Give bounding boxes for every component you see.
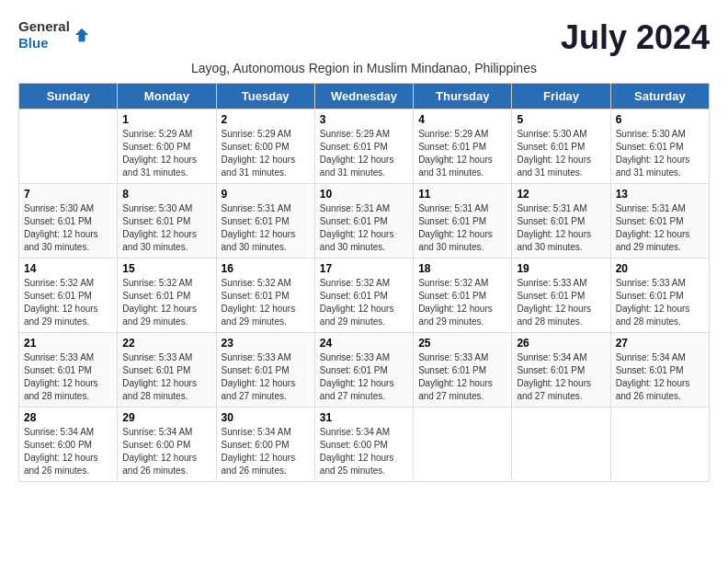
logo: General Blue <box>18 18 90 52</box>
day-number: 26 <box>517 337 605 350</box>
day-info: Sunrise: 5:30 AM Sunset: 6:01 PM Dayligh… <box>24 202 112 254</box>
day-number: 8 <box>122 188 210 201</box>
calendar-cell: 25Sunrise: 5:33 AM Sunset: 6:01 PM Dayli… <box>414 333 512 408</box>
day-info: Sunrise: 5:29 AM Sunset: 6:01 PM Dayligh… <box>320 128 408 179</box>
calendar-cell: 4Sunrise: 5:29 AM Sunset: 6:01 PM Daylig… <box>414 109 512 184</box>
day-number: 17 <box>320 262 408 275</box>
calendar-cell: 11Sunrise: 5:31 AM Sunset: 6:01 PM Dayli… <box>414 184 512 259</box>
day-info: Sunrise: 5:32 AM Sunset: 6:01 PM Dayligh… <box>418 277 506 328</box>
day-number: 28 <box>24 411 112 424</box>
day-header-sunday: Sunday <box>19 84 118 109</box>
day-number: 5 <box>517 113 605 126</box>
day-info: Sunrise: 5:31 AM Sunset: 6:01 PM Dayligh… <box>418 202 506 254</box>
calendar-cell <box>19 109 118 184</box>
day-number: 3 <box>320 113 408 126</box>
calendar-week-row: 7Sunrise: 5:30 AM Sunset: 6:01 PM Daylig… <box>19 184 710 259</box>
month-title: July 2024 <box>561 18 710 57</box>
calendar-cell: 21Sunrise: 5:33 AM Sunset: 6:01 PM Dayli… <box>19 333 118 408</box>
calendar-week-row: 1Sunrise: 5:29 AM Sunset: 6:00 PM Daylig… <box>19 109 710 184</box>
calendar-cell: 28Sunrise: 5:34 AM Sunset: 6:00 PM Dayli… <box>19 408 118 482</box>
calendar-cell: 29Sunrise: 5:34 AM Sunset: 6:00 PM Dayli… <box>118 408 216 482</box>
calendar-cell: 10Sunrise: 5:31 AM Sunset: 6:01 PM Dayli… <box>314 184 413 259</box>
calendar-week-row: 28Sunrise: 5:34 AM Sunset: 6:00 PM Dayli… <box>19 408 710 482</box>
calendar-week-row: 14Sunrise: 5:32 AM Sunset: 6:01 PM Dayli… <box>19 259 710 333</box>
day-info: Sunrise: 5:33 AM Sunset: 6:01 PM Dayligh… <box>418 351 506 403</box>
day-number: 11 <box>418 188 506 201</box>
day-info: Sunrise: 5:34 AM Sunset: 6:00 PM Dayligh… <box>320 426 408 477</box>
day-info: Sunrise: 5:31 AM Sunset: 6:01 PM Dayligh… <box>320 202 408 254</box>
calendar-cell: 9Sunrise: 5:31 AM Sunset: 6:01 PM Daylig… <box>216 184 314 259</box>
day-number: 21 <box>24 337 112 350</box>
day-info: Sunrise: 5:33 AM Sunset: 6:01 PM Dayligh… <box>122 351 210 403</box>
calendar-cell: 18Sunrise: 5:32 AM Sunset: 6:01 PM Dayli… <box>414 259 512 333</box>
calendar-cell: 7Sunrise: 5:30 AM Sunset: 6:01 PM Daylig… <box>19 184 118 259</box>
day-info: Sunrise: 5:34 AM Sunset: 6:00 PM Dayligh… <box>24 426 112 477</box>
day-number: 10 <box>320 188 408 201</box>
calendar-subtitle: Layog, Autonomous Region in Muslim Minda… <box>18 61 710 75</box>
day-header-thursday: Thursday <box>414 84 512 109</box>
calendar-cell <box>414 408 512 482</box>
calendar-cell <box>512 408 610 482</box>
day-info: Sunrise: 5:30 AM Sunset: 6:01 PM Dayligh… <box>122 202 210 254</box>
day-number: 22 <box>122 337 210 350</box>
day-number: 6 <box>616 113 704 126</box>
day-info: Sunrise: 5:29 AM Sunset: 6:01 PM Dayligh… <box>418 128 506 179</box>
day-info: Sunrise: 5:31 AM Sunset: 6:01 PM Dayligh… <box>517 202 605 254</box>
day-header-saturday: Saturday <box>610 84 709 109</box>
day-number: 30 <box>222 411 310 424</box>
day-info: Sunrise: 5:32 AM Sunset: 6:01 PM Dayligh… <box>222 277 310 328</box>
day-header-friday: Friday <box>512 84 610 109</box>
day-number: 31 <box>320 411 408 424</box>
calendar-cell: 5Sunrise: 5:30 AM Sunset: 6:01 PM Daylig… <box>512 109 610 184</box>
day-info: Sunrise: 5:33 AM Sunset: 6:01 PM Dayligh… <box>320 351 408 403</box>
day-number: 9 <box>222 188 310 201</box>
calendar-cell: 17Sunrise: 5:32 AM Sunset: 6:01 PM Dayli… <box>314 259 413 333</box>
calendar-cell: 24Sunrise: 5:33 AM Sunset: 6:01 PM Dayli… <box>314 333 413 408</box>
day-info: Sunrise: 5:29 AM Sunset: 6:00 PM Dayligh… <box>122 128 210 179</box>
day-info: Sunrise: 5:32 AM Sunset: 6:01 PM Dayligh… <box>24 277 112 328</box>
calendar-cell: 22Sunrise: 5:33 AM Sunset: 6:01 PM Dayli… <box>118 333 216 408</box>
day-number: 29 <box>122 411 210 424</box>
day-info: Sunrise: 5:29 AM Sunset: 6:00 PM Dayligh… <box>222 128 310 179</box>
day-info: Sunrise: 5:34 AM Sunset: 6:00 PM Dayligh… <box>122 426 210 477</box>
calendar-cell: 23Sunrise: 5:33 AM Sunset: 6:01 PM Dayli… <box>216 333 314 408</box>
day-info: Sunrise: 5:33 AM Sunset: 6:01 PM Dayligh… <box>222 351 310 403</box>
calendar-cell: 3Sunrise: 5:29 AM Sunset: 6:01 PM Daylig… <box>314 109 413 184</box>
day-info: Sunrise: 5:31 AM Sunset: 6:01 PM Dayligh… <box>222 202 310 254</box>
calendar-cell: 1Sunrise: 5:29 AM Sunset: 6:00 PM Daylig… <box>118 109 216 184</box>
calendar-cell: 26Sunrise: 5:34 AM Sunset: 6:01 PM Dayli… <box>512 333 610 408</box>
day-number: 24 <box>320 337 408 350</box>
day-info: Sunrise: 5:33 AM Sunset: 6:01 PM Dayligh… <box>517 277 605 328</box>
calendar-cell: 16Sunrise: 5:32 AM Sunset: 6:01 PM Dayli… <box>216 259 314 333</box>
day-number: 19 <box>517 262 605 275</box>
day-info: Sunrise: 5:32 AM Sunset: 6:01 PM Dayligh… <box>320 277 408 328</box>
calendar-cell: 8Sunrise: 5:30 AM Sunset: 6:01 PM Daylig… <box>118 184 216 259</box>
logo-text: General Blue <box>18 18 70 52</box>
day-header-tuesday: Tuesday <box>216 84 314 109</box>
calendar-cell: 6Sunrise: 5:30 AM Sunset: 6:01 PM Daylig… <box>610 109 709 184</box>
calendar-cell: 2Sunrise: 5:29 AM Sunset: 6:00 PM Daylig… <box>216 109 314 184</box>
day-info: Sunrise: 5:33 AM Sunset: 6:01 PM Dayligh… <box>616 277 704 328</box>
day-info: Sunrise: 5:30 AM Sunset: 6:01 PM Dayligh… <box>616 128 704 179</box>
day-info: Sunrise: 5:34 AM Sunset: 6:01 PM Dayligh… <box>616 351 704 403</box>
calendar-week-row: 21Sunrise: 5:33 AM Sunset: 6:01 PM Dayli… <box>19 333 710 408</box>
day-number: 25 <box>418 337 506 350</box>
day-info: Sunrise: 5:30 AM Sunset: 6:01 PM Dayligh… <box>517 128 605 179</box>
day-number: 16 <box>222 262 310 275</box>
day-number: 12 <box>517 188 605 201</box>
day-header-monday: Monday <box>118 84 216 109</box>
day-header-wednesday: Wednesday <box>314 84 413 109</box>
days-header-row: SundayMondayTuesdayWednesdayThursdayFrid… <box>19 84 710 109</box>
day-number: 15 <box>122 262 210 275</box>
logo-icon <box>74 27 90 43</box>
day-number: 20 <box>616 262 704 275</box>
calendar-cell: 14Sunrise: 5:32 AM Sunset: 6:01 PM Dayli… <box>19 259 118 333</box>
calendar-cell <box>610 408 709 482</box>
day-info: Sunrise: 5:33 AM Sunset: 6:01 PM Dayligh… <box>24 351 112 403</box>
calendar-cell: 31Sunrise: 5:34 AM Sunset: 6:00 PM Dayli… <box>314 408 413 482</box>
day-number: 13 <box>616 188 704 201</box>
day-info: Sunrise: 5:34 AM Sunset: 6:01 PM Dayligh… <box>517 351 605 403</box>
day-number: 1 <box>122 113 210 126</box>
day-number: 18 <box>418 262 506 275</box>
calendar-cell: 15Sunrise: 5:32 AM Sunset: 6:01 PM Dayli… <box>118 259 216 333</box>
